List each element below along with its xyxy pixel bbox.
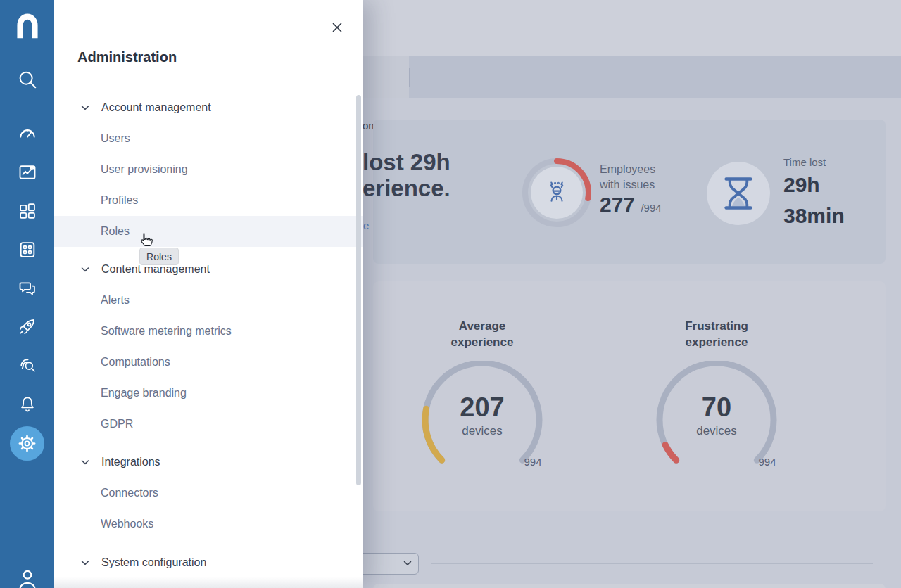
- panel-bottom-fade: [54, 577, 363, 588]
- panel-scrollbar-thumb[interactable]: [356, 95, 361, 485]
- gauges-divider: [600, 309, 600, 485]
- launch-rocket-icon[interactable]: [0, 317, 54, 336]
- profile-person-icon[interactable]: [0, 567, 54, 588]
- menu-item-users[interactable]: Users: [54, 123, 363, 154]
- dashboard-gauge-icon[interactable]: [0, 124, 54, 143]
- chevron-down-icon: [81, 560, 89, 565]
- banner-link-fragment[interactable]: e: [363, 219, 369, 231]
- section-integrations[interactable]: Integrations: [54, 447, 363, 478]
- tab-separator: [409, 68, 410, 87]
- banner-headline-line2: erience.: [363, 175, 450, 201]
- banner-headline: lost 29h erience.: [363, 149, 450, 201]
- alerts-bell-icon[interactable]: [0, 394, 54, 414]
- tab-separator: [576, 68, 576, 87]
- section-content-management[interactable]: Content management: [54, 254, 363, 285]
- close-icon: [332, 22, 343, 33]
- banner-headline-line1: lost 29h: [363, 149, 450, 175]
- menu-item-user-provisioning[interactable]: User provisioning: [54, 154, 363, 185]
- roles-tooltip: Roles: [139, 248, 179, 265]
- time-lost-hours: 29h: [783, 173, 820, 197]
- menu-item-connectors[interactable]: Connectors: [54, 478, 363, 509]
- gauge-average-value: 207: [440, 392, 524, 423]
- gauge-average-max: 994: [517, 456, 548, 468]
- summary-banner-card: lost 29h erience. e: [373, 120, 886, 264]
- chevron-down-icon: [81, 459, 89, 465]
- screen: ons Business applications Employee senti…: [0, 0, 901, 588]
- time-lost-badge: [707, 162, 770, 225]
- chevron-down-icon: [81, 267, 89, 272]
- settings-gear-icon: [18, 434, 37, 453]
- settings-gear-button[interactable]: [10, 426, 44, 461]
- menu-item-gdpr[interactable]: GDPR: [54, 409, 363, 440]
- menu-item-webhooks[interactable]: Webhooks: [54, 509, 363, 539]
- next-card-edge: [373, 584, 886, 588]
- app-sidebar: [0, 0, 54, 588]
- bottom-divider: [431, 563, 873, 564]
- menu-item-engage-branding[interactable]: Engage branding: [54, 378, 363, 409]
- monitoring-chart-icon[interactable]: [0, 162, 54, 182]
- applications-calculator-icon[interactable]: [0, 240, 54, 260]
- section-account-management[interactable]: Account management: [54, 92, 363, 123]
- time-lost-label: Time lost: [783, 156, 826, 168]
- section-system-configuration[interactable]: System configuration: [54, 547, 363, 578]
- employees-issues-label: Employees with issues: [600, 162, 655, 193]
- menu-item-profiles[interactable]: Profiles: [54, 185, 363, 216]
- menu-item-roles[interactable]: Roles: [54, 216, 363, 247]
- gauge-frustrating-max: 994: [752, 456, 783, 468]
- panel-title: Administration: [77, 49, 177, 65]
- logo-n[interactable]: [0, 11, 54, 41]
- dashboards-grid-icon[interactable]: [0, 201, 54, 221]
- employees-issues-value: 277 /994: [600, 193, 662, 217]
- chevron-down-icon: [403, 561, 412, 566]
- banner-divider: [486, 151, 486, 232]
- gauge-frustrating-unit: devices: [674, 424, 759, 438]
- engage-chat-icon[interactable]: [0, 279, 54, 298]
- gauge-frustrating-value: 70: [674, 392, 759, 423]
- menu-item-alerts[interactable]: Alerts: [54, 285, 363, 316]
- chevron-down-icon: [81, 105, 89, 110]
- menu-item-computations[interactable]: Computations: [54, 347, 363, 378]
- experience-gauges-card: Average experience 207 devices 994 Frust…: [373, 281, 886, 511]
- time-lost-minutes: 38min: [783, 204, 845, 228]
- employees-issues-ring: [518, 154, 596, 231]
- search-icon[interactable]: [0, 69, 54, 90]
- menu-item-software-metering[interactable]: Software metering metrics: [54, 316, 363, 347]
- employees-issues-total: /994: [641, 202, 661, 214]
- investigate-fingerprint-icon[interactable]: [0, 355, 54, 375]
- gauge-frustrating-title: Frustrating experience: [639, 318, 794, 350]
- administration-panel: Administration Account management Users …: [54, 0, 363, 588]
- gauge-average-title: Average experience: [405, 318, 560, 350]
- gauge-average-unit: devices: [440, 424, 524, 438]
- cursor-pointer-icon: [135, 231, 154, 250]
- admin-menu: Account management Users User provisioni…: [54, 92, 363, 578]
- close-button[interactable]: [329, 20, 345, 35]
